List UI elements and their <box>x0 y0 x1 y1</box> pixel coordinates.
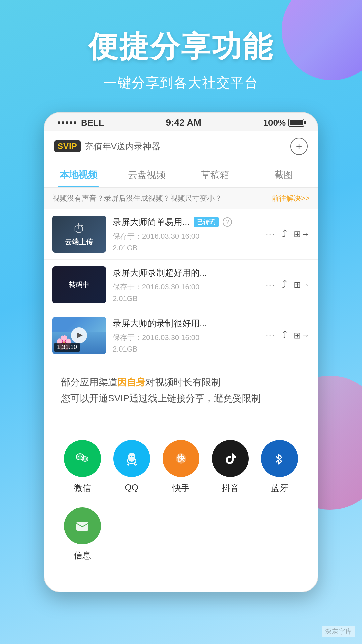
video-actions-1: ··· ⤴ ⊞→ <box>266 228 310 240</box>
svg-point-4 <box>83 458 84 460</box>
video-list: ⏱ 云端上传 录屏大师简单易用... 已转码 ? 保存于：2016.03.30 … <box>44 209 318 361</box>
bluetooth-icon-circle <box>261 440 298 477</box>
svg-point-1 <box>82 457 88 461</box>
edit-text-3: ⊞→ <box>294 330 310 341</box>
tab-draft-label: 草稿箱 <box>201 170 229 180</box>
tab-screenshot-label: 截图 <box>274 170 293 180</box>
notice-link[interactable]: 前往解决>> <box>272 193 310 203</box>
signal-dots <box>58 121 76 124</box>
battery-icon <box>288 119 304 127</box>
thumb-bg-cloud: ⏱ 云端上传 <box>52 216 106 253</box>
battery-fill <box>290 120 303 125</box>
wechat-icon-circle <box>64 440 101 477</box>
battery-percent: 100% <box>263 118 286 128</box>
edit-icon-1[interactable]: ⊞→ <box>294 229 310 239</box>
share-item-qq[interactable]: QQ <box>110 440 153 494</box>
tab-draft[interactable]: 草稿箱 <box>181 161 249 187</box>
video-size-2: 2.01GB <box>113 294 259 303</box>
more-dots-1[interactable]: ··· <box>266 229 275 239</box>
duration-badge-3: 1:31:10 <box>54 343 80 352</box>
share-item-message[interactable]: 信息 <box>61 507 104 561</box>
share-icon-2[interactable]: ⤴ <box>282 279 287 290</box>
add-icon: + <box>296 140 302 153</box>
video-size-3: 2.01GB <box>113 345 259 354</box>
svg-point-2 <box>78 456 79 457</box>
more-dots-2[interactable]: ··· <box>266 280 275 290</box>
share-divider <box>61 423 301 423</box>
video-item-2: 转码中 录屏大师录制超好用的... 保存于：2016.03.30 16:00 2… <box>44 260 318 310</box>
tab-cloud-label: 云盘视频 <box>128 170 166 180</box>
svip-badge: SVIP <box>54 140 81 152</box>
svip-logo: SVIP 充值年V送内录神器 <box>54 140 160 152</box>
info-line1-cont: 对视频时长有限制 <box>145 377 221 387</box>
dot-2 <box>62 121 64 124</box>
video-thumb-2[interactable]: 转码中 <box>52 266 106 303</box>
app-header: SVIP 充值年V送内录神器 + <box>44 131 318 161</box>
help-icon-1[interactable]: ? <box>223 217 232 227</box>
edit-icon-3[interactable]: ⊞→ <box>294 330 310 341</box>
tab-local-label: 本地视频 <box>60 170 97 180</box>
svip-vip-text: VIP <box>63 142 77 151</box>
video-info-2: 录屏大师录制超好用的... 保存于：2016.03.30 16:00 2.01G… <box>113 267 259 303</box>
tab-cloud-video[interactable]: 云盘视频 <box>113 161 181 187</box>
video-title-2: 录屏大师录制超好用的... <box>113 267 207 279</box>
add-button[interactable]: + <box>290 138 308 155</box>
video-actions-3: ··· ⤴ ⊞→ <box>266 330 310 341</box>
page-content: 便捷分享功能 一键分享到各大社交平台 BELL 9:42 AM 100% <box>0 0 362 592</box>
more-dots-3[interactable]: ··· <box>266 330 275 341</box>
info-line2: 您可以开通SVIP通过线上链接分享，避免受限制 <box>61 393 261 404</box>
wechat-label: 微信 <box>74 482 91 494</box>
video-title-3: 录屏大师的录制很好用... <box>113 318 207 329</box>
video-meta-2: 保存于：2016.03.30 16:00 <box>113 282 259 292</box>
share-item-bluetooth[interactable]: 蓝牙 <box>258 440 301 494</box>
status-left: BELL <box>58 118 104 128</box>
share-item-kuaishou[interactable]: 快 快手 <box>160 440 202 494</box>
message-icon-circle <box>64 507 101 544</box>
video-title-row-3: 录屏大师的录制很好用... <box>113 318 259 329</box>
svg-point-3 <box>81 456 82 457</box>
svip-tagline: 充值年V送内录神器 <box>85 141 160 152</box>
play-button-3[interactable] <box>71 327 87 343</box>
edit-icon-2[interactable]: ⊞→ <box>294 280 310 290</box>
notice-text: 视频没有声音？录屏后没生成视频？视频尺寸变小？ <box>52 193 222 203</box>
watermark: 深灰字库 <box>322 626 355 637</box>
qq-icon-circle <box>113 440 150 477</box>
svg-point-5 <box>86 458 87 460</box>
tab-local-video[interactable]: 本地视频 <box>44 161 113 187</box>
wechat-svg-icon <box>74 450 91 467</box>
share-icon-1[interactable]: ⤴ <box>282 228 287 240</box>
status-right: 100% <box>263 118 305 128</box>
notice-bar: 视频没有声音？录屏后没生成视频？视频尺寸变小？ 前往解决>> <box>44 188 318 209</box>
video-info-3: 录屏大师的录制很好用... 保存于：2016.03.30 16:00 2.01G… <box>113 318 259 354</box>
video-thumb-1[interactable]: ⏱ 云端上传 <box>52 216 106 253</box>
video-thumb-3[interactable]: 🌸 1:31:10 <box>52 317 106 354</box>
video-item-3: 🌸 1:31:10 录屏大师的录制很好用... 保存于：2016.03.30 1… <box>44 310 318 361</box>
share-icon-3[interactable]: ⤴ <box>282 330 287 341</box>
cloud-upload-indicator: ⏱ 云端上传 <box>65 222 93 247</box>
converted-badge: 已转码 <box>194 217 219 227</box>
tab-screenshot[interactable]: 截图 <box>249 161 318 187</box>
phone-mockup: BELL 9:42 AM 100% SVIP 充值年V送内录神器 + <box>44 112 318 592</box>
video-meta-1: 保存于：2016.03.30 16:00 <box>113 231 259 241</box>
share-item-douyin[interactable]: 抖音 <box>209 440 252 494</box>
video-size-1: 2.01GB <box>113 244 259 252</box>
hero-title: 便捷分享功能 <box>88 27 274 67</box>
tab-bar: 本地视频 云盘视频 草稿箱 截图 <box>44 161 318 188</box>
svip-s-letter: S <box>58 142 63 151</box>
message-svg-icon <box>74 517 91 535</box>
svg-point-7 <box>130 456 131 457</box>
kuaishou-svg-icon: 快 <box>172 450 190 467</box>
video-info-1: 录屏大师简单易用... 已转码 ? 保存于：2016.03.30 16:00 2… <box>113 216 259 252</box>
share-item-wechat[interactable]: 微信 <box>61 440 104 494</box>
video-title-row-2: 录屏大师录制超好用的... <box>113 267 259 279</box>
info-text: 部分应用渠道因自身对视频时长有限制 您可以开通SVIP通过线上链接分享，避免受限… <box>61 374 301 406</box>
svg-point-8 <box>132 456 134 457</box>
bottom-section: 部分应用渠道因自身对视频时长有限制 您可以开通SVIP通过线上链接分享，避免受限… <box>44 361 318 592</box>
clock-icon: ⏱ <box>73 222 85 236</box>
video-meta-3: 保存于：2016.03.30 16:00 <box>113 333 259 343</box>
share-grid: 微信 <box>61 440 301 561</box>
kuaishou-label: 快手 <box>172 482 190 494</box>
douyin-icon-circle <box>212 440 249 477</box>
svg-text:快: 快 <box>177 454 185 463</box>
dot-5 <box>74 121 76 124</box>
